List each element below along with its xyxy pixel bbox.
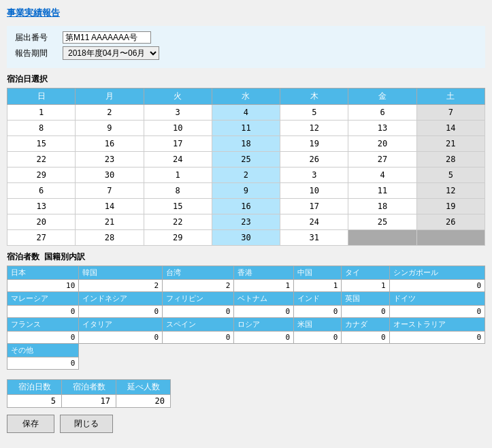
nat-value-タイ[interactable]: 1 xyxy=(342,280,389,292)
nat-label-マレーシア: マレーシア xyxy=(7,292,79,306)
nat-label-英国: 英国 xyxy=(342,292,389,306)
report-period-select[interactable]: 2018年度04月〜06月 xyxy=(63,46,159,60)
calendar-cell[interactable]: 1 xyxy=(7,105,76,121)
calendar-cell[interactable]: 12 xyxy=(280,121,348,136)
calendar-header-木: 木 xyxy=(280,89,348,105)
calendar-cell[interactable]: 29 xyxy=(144,230,212,246)
nat-value-ドイツ[interactable]: 0 xyxy=(389,306,485,318)
calendar-cell[interactable]: 21 xyxy=(416,136,485,152)
nat-label-フランス: フランス xyxy=(7,318,79,332)
calendar-cell[interactable]: 13 xyxy=(348,121,416,136)
calendar-cell[interactable]: 5 xyxy=(280,105,348,121)
nat-value-日本[interactable]: 10 xyxy=(7,280,79,292)
calendar-cell[interactable]: 25 xyxy=(348,214,416,230)
calendar-cell[interactable]: 16 xyxy=(76,136,144,152)
nat-value-韓国[interactable]: 2 xyxy=(79,280,163,292)
filing-number-input[interactable] xyxy=(63,31,151,44)
nat-value-インドネシア[interactable]: 0 xyxy=(79,306,163,318)
nat-value-香港[interactable]: 1 xyxy=(234,280,294,292)
nat-label-中国: 中国 xyxy=(294,266,342,280)
nat-value-ベトナム[interactable]: 0 xyxy=(234,306,294,318)
nat-value-インド[interactable]: 0 xyxy=(294,306,342,318)
close-button[interactable]: 閉じる xyxy=(60,415,113,433)
nat-value-マレーシア[interactable]: 0 xyxy=(7,306,79,318)
calendar-cell[interactable]: 28 xyxy=(416,152,485,167)
calendar-cell[interactable]: 8 xyxy=(7,121,76,136)
calendar-cell[interactable]: 11 xyxy=(212,121,280,136)
filing-number-label: 届出番号 xyxy=(15,32,63,44)
calendar-cell[interactable]: 23 xyxy=(76,152,144,167)
calendar-cell[interactable]: 10 xyxy=(280,183,348,199)
calendar-cell[interactable]: 30 xyxy=(76,167,144,183)
calendar-cell[interactable]: 3 xyxy=(144,105,212,121)
save-button[interactable]: 保存 xyxy=(7,415,54,433)
calendar-cell[interactable]: 30 xyxy=(212,230,280,246)
calendar-cell[interactable]: 19 xyxy=(280,136,348,152)
calendar-cell[interactable]: 19 xyxy=(416,199,485,214)
calendar-cell[interactable]: 31 xyxy=(280,230,348,246)
calendar-cell[interactable]: 24 xyxy=(144,152,212,167)
calendar-cell[interactable]: 6 xyxy=(7,183,76,199)
calendar-cell[interactable]: 9 xyxy=(76,121,144,136)
calendar-cell[interactable]: 15 xyxy=(7,136,76,152)
calendar-cell[interactable]: 27 xyxy=(348,152,416,167)
calendar-cell[interactable]: 22 xyxy=(144,214,212,230)
nat-value-中国[interactable]: 1 xyxy=(294,280,342,292)
calendar-cell[interactable]: 20 xyxy=(348,136,416,152)
nationality-grid: 日本韓国台湾香港中国タイシンガポール10221110マレーシアインドネシアフィリ… xyxy=(7,266,485,370)
calendar-table: 日月火水木金土 12345678910111213141516171819202… xyxy=(7,88,485,246)
nat-value-イタリア[interactable]: 0 xyxy=(79,332,163,344)
calendar-cell[interactable]: 24 xyxy=(280,214,348,230)
nationality-title: 宿泊者数 国籍別内訳 xyxy=(7,251,485,263)
nat-value-台湾[interactable]: 2 xyxy=(163,280,234,292)
calendar-cell[interactable]: 2 xyxy=(76,105,144,121)
calendar-cell[interactable]: 12 xyxy=(416,183,485,199)
calendar-cell[interactable]: 3 xyxy=(280,167,348,183)
nat-value-オーストラリア[interactable]: 0 xyxy=(389,332,485,344)
calendar-cell[interactable]: 20 xyxy=(7,214,76,230)
calendar-cell[interactable]: 14 xyxy=(416,121,485,136)
calendar-header-日: 日 xyxy=(7,89,76,105)
calendar-cell[interactable]: 26 xyxy=(280,152,348,167)
nat-label-ドイツ: ドイツ xyxy=(389,292,485,306)
calendar-cell[interactable]: 26 xyxy=(416,214,485,230)
calendar-cell[interactable]: 16 xyxy=(212,199,280,214)
nat-value-米国[interactable]: 0 xyxy=(294,332,342,344)
calendar-cell[interactable]: 27 xyxy=(7,230,76,246)
calendar-cell[interactable]: 23 xyxy=(212,214,280,230)
nat-value-その他[interactable]: 0 xyxy=(7,357,79,370)
calendar-cell[interactable]: 17 xyxy=(280,199,348,214)
calendar-cell[interactable]: 18 xyxy=(348,199,416,214)
nat-value-カナダ[interactable]: 0 xyxy=(342,332,389,344)
calendar-cell[interactable]: 28 xyxy=(76,230,144,246)
nat-value-スペイン[interactable]: 0 xyxy=(163,332,234,344)
nat-value-ロシア[interactable]: 0 xyxy=(234,332,294,344)
calendar-cell[interactable]: 11 xyxy=(348,183,416,199)
calendar-cell[interactable]: 4 xyxy=(348,167,416,183)
calendar-cell[interactable]: 7 xyxy=(416,105,485,121)
nat-value-シンガポール[interactable]: 0 xyxy=(389,280,485,292)
nat-value-フランス[interactable]: 0 xyxy=(7,332,79,344)
calendar-cell[interactable]: 13 xyxy=(7,199,76,214)
calendar-cell[interactable]: 4 xyxy=(212,105,280,121)
calendar-cell[interactable]: 7 xyxy=(76,183,144,199)
calendar-cell[interactable]: 9 xyxy=(212,183,280,199)
nat-value-フィリピン[interactable]: 0 xyxy=(163,306,234,318)
calendar-cell[interactable]: 1 xyxy=(144,167,212,183)
calendar-cell[interactable]: 17 xyxy=(144,136,212,152)
calendar-cell[interactable]: 29 xyxy=(7,167,76,183)
calendar-cell[interactable]: 25 xyxy=(212,152,280,167)
calendar-cell[interactable]: 15 xyxy=(144,199,212,214)
nights-value: 5 xyxy=(7,395,62,408)
calendar-cell[interactable]: 10 xyxy=(144,121,212,136)
calendar-cell[interactable]: 8 xyxy=(144,183,212,199)
calendar-cell[interactable]: 6 xyxy=(348,105,416,121)
calendar-cell[interactable]: 14 xyxy=(76,199,144,214)
calendar-cell[interactable]: 22 xyxy=(7,152,76,167)
calendar-cell[interactable]: 21 xyxy=(76,214,144,230)
nat-value-英国[interactable]: 0 xyxy=(342,306,389,318)
calendar-cell[interactable]: 2 xyxy=(212,167,280,183)
total-value: 20 xyxy=(116,395,171,408)
calendar-cell[interactable]: 5 xyxy=(416,167,485,183)
calendar-cell[interactable]: 18 xyxy=(212,136,280,152)
